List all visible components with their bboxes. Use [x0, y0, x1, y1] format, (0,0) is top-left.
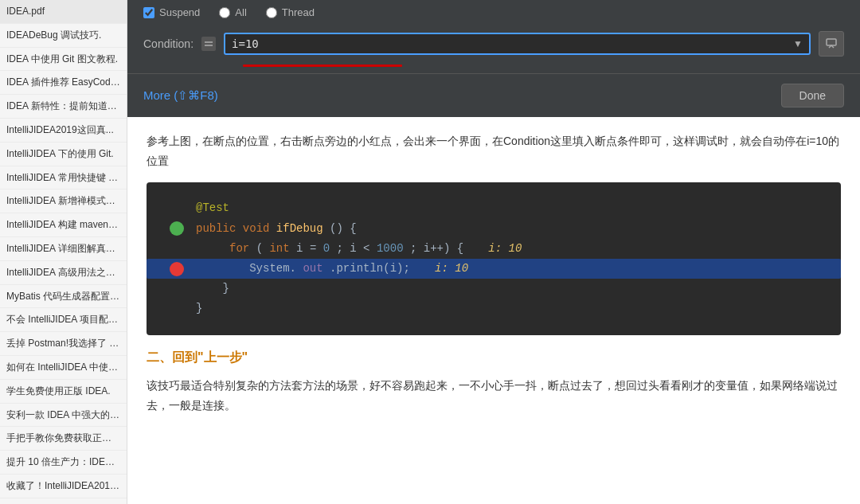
gutter-2: [166, 221, 188, 236]
sidebar-item[interactable]: 提升 10 倍生产力：IDEA 远...: [0, 451, 127, 475]
gutter-4: [166, 262, 188, 276]
all-radio[interactable]: [219, 7, 230, 18]
svg-rect-0: [205, 41, 213, 43]
suspend-label: Suspend: [159, 6, 200, 18]
thread-radio-label[interactable]: Thread: [266, 6, 315, 18]
code-text-4: System. out .println(i); i: 10: [196, 259, 822, 279]
sidebar-item[interactable]: 不会 IntelliJIDEA 项目配置...: [0, 308, 127, 332]
sidebar-item[interactable]: 手把手教你免费获取正版 Int...: [0, 427, 127, 451]
sidebar-item[interactable]: 学生免费使用正版 IDEA.: [0, 380, 127, 404]
sidebar-item[interactable]: IntelliJIDEA2019这回真...: [0, 119, 127, 143]
sidebar-item[interactable]: IntelliJIDEA 常用快捷键 Ma...: [0, 166, 127, 190]
all-label: All: [235, 6, 246, 18]
sidebar-item[interactable]: IDEA 插件推荐 EasyCode —...: [0, 71, 127, 95]
sidebar-item[interactable]: IDEA.pdf: [0, 0, 127, 24]
sidebar-item[interactable]: 如何在 IntelliJIDEA 中使用 Git.: [0, 356, 127, 380]
svg-rect-2: [827, 39, 836, 45]
sidebar-item[interactable]: IDEA 中使用 Git 图文教程.: [0, 48, 127, 72]
sidebar: IDEA.pdfIDEADeBug 调试技巧.IDEA 中使用 Git 图文教程…: [0, 0, 127, 504]
article-para-2: 该技巧最适合特别复杂的方法套方法的场景，好不容易跑起来，一不小心手一抖，断点过去…: [147, 376, 841, 416]
sidebar-item[interactable]: IntelliJIDEA 详细图解真常...: [0, 237, 127, 261]
done-button[interactable]: Done: [781, 84, 844, 107]
sidebar-item[interactable]: IDEADeBug 调试技巧.: [0, 24, 127, 48]
error-underline: [243, 64, 402, 67]
code-line-4: System. out .println(i); i: 10: [147, 259, 841, 279]
code-text-3: for ( int i = 0 ; i < 1000 ; i++) { i: 1…: [196, 239, 822, 259]
condition-dropdown-icon[interactable]: ▼: [793, 38, 803, 49]
code-line-2: public void ifDebug () {: [166, 219, 822, 239]
section-2-heading: 二、回到"上一步": [147, 350, 841, 366]
sidebar-item[interactable]: IntelliJIDEA 高级用法之：集...: [0, 261, 127, 285]
condition-action-button[interactable]: [819, 31, 844, 57]
condition-label: Condition:: [143, 37, 194, 50]
condition-row: Condition: ▼: [127, 25, 860, 63]
code-text-2: public void ifDebug () {: [196, 219, 822, 239]
sidebar-item[interactable]: 安利一款 IDEA 中强大的代...: [0, 404, 127, 428]
sidebar-item[interactable]: MyBatis 代码生成器配置详...: [0, 285, 127, 309]
suspend-checkbox-label[interactable]: Suspend: [143, 6, 200, 18]
thread-radio[interactable]: [266, 7, 277, 18]
sidebar-item[interactable]: 收藏了！IntelliJIDEA 快捷...: [0, 498, 127, 504]
article-para-1: 参考上图，在断点的位置，右击断点旁边的小红点，会出来一个界面，在Conditio…: [147, 131, 841, 171]
code-line-1: @Test: [166, 198, 822, 218]
svg-rect-1: [205, 45, 213, 46]
debugger-options-bar: Suspend All Thread: [127, 0, 860, 25]
code-text-1: @Test: [196, 198, 822, 218]
thread-label: Thread: [282, 6, 315, 18]
sidebar-item[interactable]: IntelliJIDEA 下的使用 Git.: [0, 143, 127, 166]
error-underline-row: [127, 63, 860, 73]
article-body: 参考上图，在断点的位置，右击断点旁边的小红点，会出来一个界面，在Conditio…: [127, 117, 860, 446]
code-line-5: }: [166, 279, 822, 299]
code-block: @Test public void ifDebug () {: [147, 182, 841, 334]
sidebar-item[interactable]: IntelliJIDEA 构建 maven 多...: [0, 213, 127, 237]
suspend-checkbox[interactable]: [143, 7, 154, 18]
condition-info-icon: [201, 37, 216, 51]
sidebar-item[interactable]: 丢掉 Postman!我选择了 IDE...: [0, 332, 127, 356]
code-text-5: }: [196, 279, 822, 299]
condition-input[interactable]: [232, 37, 790, 50]
breakpoint-red: [170, 262, 184, 276]
condition-input-wrap: ▼: [224, 33, 811, 55]
sidebar-item[interactable]: IDEA 新特性：提前知道代...: [0, 95, 127, 119]
sidebar-item[interactable]: IntelliJIDEA 新增禅模式和 Li...: [0, 189, 127, 213]
more-done-row: More (⇧⌘F8) Done: [127, 73, 860, 117]
sidebar-item[interactable]: 收藏了！IntelliJIDEA2019 ...: [0, 475, 127, 498]
code-text-6: }: [196, 299, 822, 318]
breakpoint-green: [170, 221, 184, 236]
more-link[interactable]: More (⇧⌘F8): [143, 88, 218, 103]
code-line-3: for ( int i = 0 ; i < 1000 ; i++) { i: 1…: [166, 239, 822, 259]
inline-val-for: i: 10: [475, 242, 522, 255]
code-line-6: }: [166, 299, 822, 318]
annotation-span: @Test: [196, 201, 229, 214]
all-radio-label[interactable]: All: [219, 6, 246, 18]
inline-val-println: i: 10: [421, 262, 468, 275]
main-content: Suspend All Thread Condition: ▼: [127, 0, 860, 504]
